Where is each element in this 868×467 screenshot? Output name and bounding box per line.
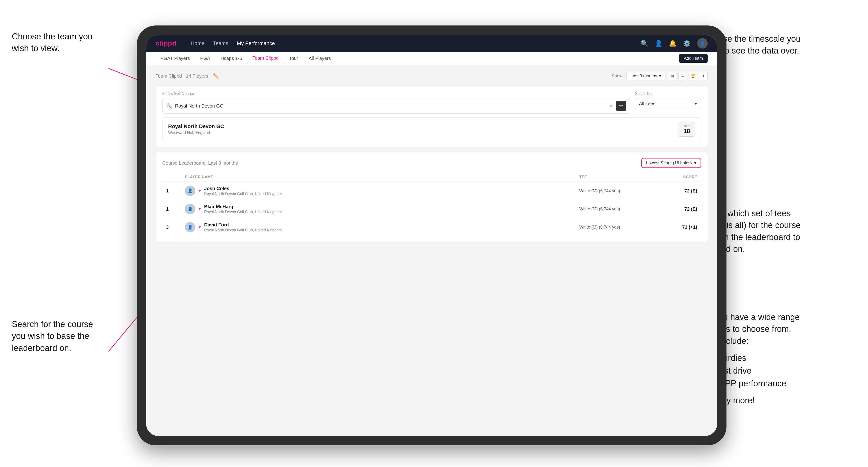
add-team-button[interactable]: Add Team [679,54,708,63]
score-filter-value: Lowest Score (18 holes) [646,161,692,165]
lb-period: Last 3 months [208,160,238,165]
annotation-line1: Choose the team you [12,32,92,41]
player-club-1: Royal North Devon Golf Club, United King… [204,192,282,196]
nav-links: Home Teams My Performance [191,40,275,46]
player-cell-2: 👤 ♥ Blair McHarg Royal North Devon Golf … [185,204,579,214]
nav-my-performance[interactable]: My Performance [237,40,275,46]
heart-icon-1[interactable]: ♥ [198,189,201,193]
score-filter-dropdown[interactable]: Lowest Score (18 holes) ▾ [641,158,701,168]
course-name: Royal North Devon GC [168,123,224,129]
heart-icon-2[interactable]: ♥ [198,207,201,211]
nav-home[interactable]: Home [191,40,205,46]
col-score: SCORE [650,175,697,179]
subnav-team-clippd[interactable]: Team Clippd [248,54,283,63]
holes-label: Holes [683,124,691,128]
sub-nav: PGAT Players PGA Hcaps 1-5 Team Clippd T… [146,52,717,65]
score-cell-3: 73 (+1) [650,224,697,230]
notification-icon[interactable]: 🔔 [669,40,677,47]
course-search-input[interactable] [175,103,607,109]
main-content: Team Clippd | 14 Players ✏️ Show: Last 3… [146,65,717,436]
edit-icon[interactable]: ✏️ [213,73,219,79]
col-tee: TEE [579,175,650,179]
period-value: Last 3 months [630,73,657,79]
nav-right: 🔍 👤 🔔 ⚙️ 👤 [641,38,708,49]
avatar[interactable]: 👤 [697,38,708,49]
view-icons: ⊞ ≡ 🏆 ⬇ [668,72,708,80]
tee-section: Select Tee All Tees ▾ [635,92,701,109]
player-avatar-3: 👤 [185,222,195,232]
grid-view-button[interactable]: ⊞ [668,72,677,80]
player-count: 14 Players [186,73,208,79]
annotation-bottom-left: Search for the course you wish to base t… [12,318,93,354]
annotation-line2: wish to view. [12,43,59,53]
favorite-button[interactable]: ☆ [616,101,626,111]
leaderboard-header: Course Leaderboard, Last 3 months Lowest… [162,158,701,168]
app-logo: clippd [156,40,177,47]
subnav-pgat[interactable]: PGAT Players [156,54,195,63]
chevron-down-icon: ▾ [695,101,697,106]
rank-cell-1: 1 [166,188,185,194]
chevron-down-icon: ▾ [694,160,696,165]
team-header: Team Clippd | 14 Players ✏️ Show: Last 3… [156,72,708,80]
player-cell-1: 👤 ♥ Josh Coles Royal North Devon Golf Cl… [185,186,579,196]
heart-icon-3[interactable]: ♥ [198,225,201,229]
table-row: 1 👤 ♥ Blair McHarg Royal North Devon Gol… [162,200,701,218]
annotation-top-left: Choose the team you wish to view. [12,31,92,55]
show-controls: Show: Last 3 months ▾ ⊞ ≡ 🏆 ⬇ [612,72,708,80]
team-title-text: Team Clippd [156,73,182,79]
player-cell-3: 👤 ♥ David Ford Royal North Devon Golf Cl… [185,222,579,232]
list-view-button[interactable]: ≡ [678,72,687,80]
chevron-down-icon: ▾ [659,73,661,79]
tee-dropdown[interactable]: All Tees ▾ [635,98,701,109]
clear-icon[interactable]: ✕ [610,103,613,108]
tablet-screen: clippd Home Teams My Performance 🔍 👤 🔔 ⚙… [146,35,717,436]
holes-value: 18 [683,128,691,134]
col-rank [166,175,185,179]
score-cell-1: 72 (E) [650,188,697,194]
tee-cell-2: White (M) (6,744 yds) [579,207,650,212]
download-button[interactable]: ⬇ [699,72,708,80]
tablet-frame: clippd Home Teams My Performance 🔍 👤 🔔 ⚙… [137,26,726,445]
tee-value: All Tees [639,101,655,106]
col-player: PLAYER NAME [185,175,579,179]
annotation-bl-3: leaderboard on. [12,343,71,353]
period-dropdown[interactable]: Last 3 months ▾ [626,72,665,80]
subnav-pga[interactable]: PGA [195,54,215,63]
table-row: 1 👤 ♥ Josh Coles Royal North Devon Golf … [162,182,701,200]
course-result[interactable]: Royal North Devon GC Westward Hol, Engla… [162,118,701,141]
course-search-wrap: 🔍 ✕ ☆ [162,98,630,114]
nav-teams[interactable]: Teams [213,40,228,46]
search-icon: 🔍 [166,103,172,109]
rank-cell-3: 3 [166,224,185,230]
holes-badge: Holes 18 [679,122,695,136]
trophy-view-button[interactable]: 🏆 [689,72,697,80]
player-name-3: David Ford [204,222,282,228]
course-location: Westward Hol, England [168,130,224,135]
table-header: PLAYER NAME TEE SCORE [162,173,701,182]
leaderboard-card: Course Leaderboard, Last 3 months Lowest… [156,152,708,242]
nav-bar: clippd Home Teams My Performance 🔍 👤 🔔 ⚙… [146,35,717,52]
player-club-3: Royal North Devon Golf Club, United King… [204,228,282,232]
team-name: Team Clippd | 14 Players [156,73,208,79]
leaderboard-title: Course Leaderboard, Last 3 months [162,160,238,166]
annotation-bl-2: you wish to base the [12,331,89,341]
annotation-bl-1: Search for the course [12,319,93,329]
lb-title-text: Course Leaderboard, [162,160,207,165]
find-course-label: Find a Golf Course [162,92,630,96]
search-card: Find a Golf Course 🔍 ✕ ☆ Select Tee All … [156,86,708,147]
show-label: Show: [612,73,624,79]
user-icon[interactable]: 👤 [655,40,662,47]
settings-icon[interactable]: ⚙️ [683,40,691,47]
tee-label: Select Tee [635,92,701,96]
player-name-2: Blair McHarg [204,204,282,210]
subnav-all-players[interactable]: All Players [304,54,335,63]
player-avatar-1: 👤 [185,186,195,196]
score-cell-2: 72 (E) [650,206,697,212]
player-club-2: Royal North Devon Golf Club, United King… [204,210,282,214]
search-icon[interactable]: 🔍 [641,40,648,47]
tee-cell-1: White (M) (6,744 yds) [579,188,650,193]
subnav-tour[interactable]: Tour [284,54,303,63]
player-avatar-2: 👤 [185,204,195,214]
subnav-hcaps[interactable]: Hcaps 1-5 [216,54,247,63]
rank-cell-2: 1 [166,206,185,212]
